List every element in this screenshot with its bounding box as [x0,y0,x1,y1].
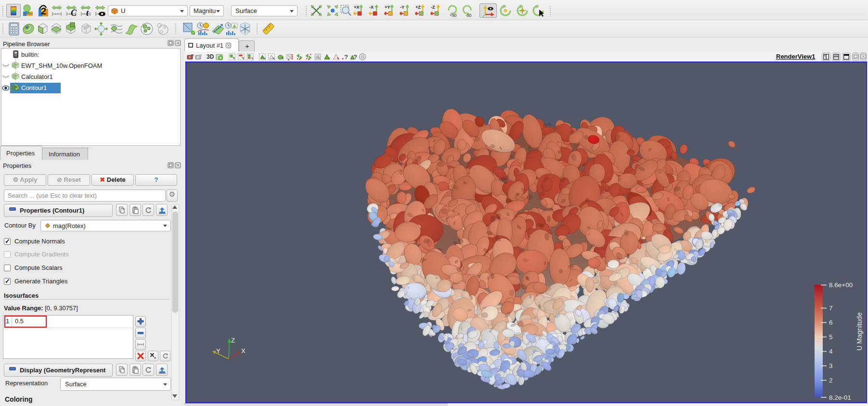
svg-text:-Y: -Y [400,5,404,10]
svg-text:3: 3 [829,362,833,369]
svg-text:U Magnitude: U Magnitude [855,312,863,351]
svg-text:t: t [86,8,89,17]
svg-text:?: ? [353,53,357,61]
svg-text:5: 5 [829,333,833,341]
svg-text:4: 4 [829,348,833,355]
svg-text:-X: -X [369,5,374,10]
svg-text:+X: +X [354,5,359,10]
svg-text:?: ? [344,53,348,61]
svg-text:8.6e+00: 8.6e+00 [829,281,853,289]
svg-text:+Y: +Y [385,5,390,10]
svg-text:+Z: +Z [415,5,421,10]
svg-text:+90: +90 [450,13,457,17]
svg-text:2: 2 [829,377,833,384]
svg-text:Y: Y [216,347,220,355]
svg-text:-90: -90 [466,13,472,17]
svg-text:Z: Z [231,337,235,344]
svg-text:6: 6 [829,319,833,326]
svg-text:8.2e-01: 8.2e-01 [829,394,851,401]
svg-text:7: 7 [829,304,833,312]
svg-text:C: C [71,8,77,17]
svg-text:-Z: -Z [431,5,435,10]
svg-text:X: X [241,347,246,355]
